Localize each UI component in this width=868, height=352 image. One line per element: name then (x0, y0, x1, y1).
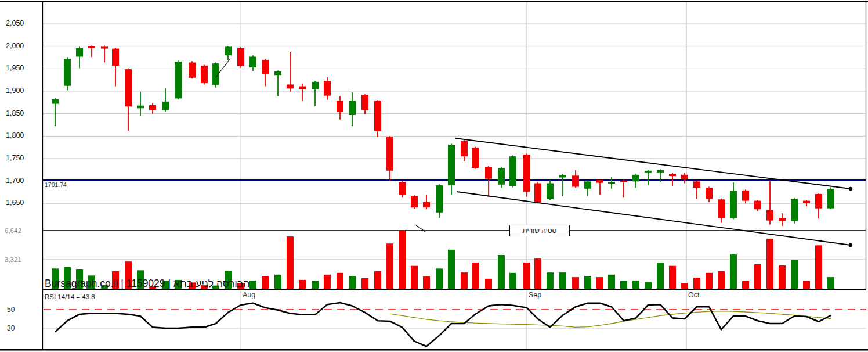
price-axis-label: 1,700 (6, 177, 24, 185)
price-axis-label: 1,750 (6, 154, 24, 162)
rsi-value-label: RSI 14/14 = 43.8 (45, 293, 95, 300)
price-volume-rsi-chart-canvas[interactable] (0, 0, 868, 352)
watermark-text: Bursagraph.co.il | 1159029 | הבורסה לניע… (45, 278, 249, 290)
price-axis-label: 1,850 (6, 109, 24, 117)
price-axis-label: 2,000 (6, 42, 24, 50)
volume-axis-label: 6,642 (5, 227, 21, 234)
month-label: Aug (243, 291, 255, 299)
price-axis-label: 1,800 (6, 131, 24, 139)
price-axis-label: 1,650 (6, 199, 24, 207)
annotation-box: סטיה שורית (509, 225, 570, 236)
rsi-axis-label: 50 (7, 306, 15, 314)
chart-root: 2,0502,0001,9501,9001,8501,8001,7501,700… (0, 0, 868, 352)
price-axis-label: 1,900 (6, 87, 24, 95)
volume-axis-label: 3,321 (5, 256, 21, 263)
price-axis-label: 2,050 (6, 19, 24, 27)
month-label: Oct (688, 291, 699, 299)
price-axis-label: 1,950 (6, 64, 24, 72)
rsi-axis-label: 30 (7, 324, 15, 332)
month-label: Sep (529, 291, 541, 299)
support-price-label: 1701.74 (45, 181, 67, 188)
